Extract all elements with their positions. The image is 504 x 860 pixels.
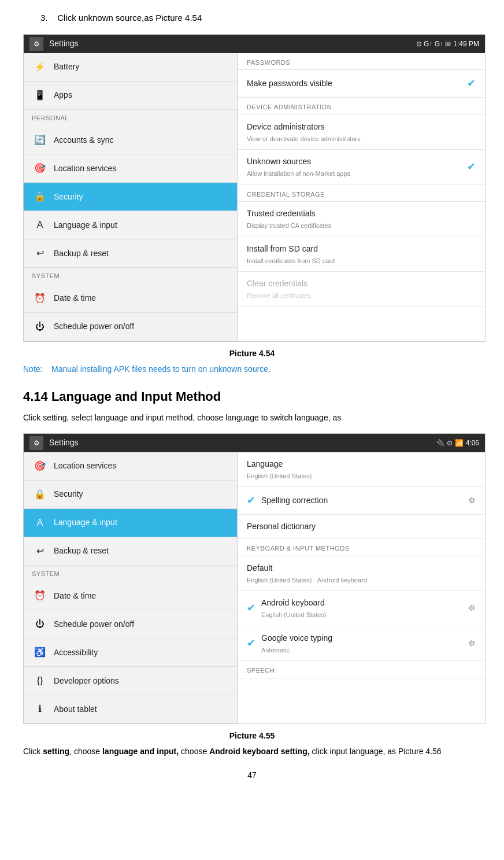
developer-icon: {} bbox=[32, 673, 48, 689]
right-item-subtitle-install-sd: Install certificates from SD card bbox=[247, 256, 335, 266]
menu-item-security[interactable]: 🔒 Security bbox=[24, 183, 237, 211]
menu-item-accounts[interactable]: 🔄 Accounts & sync bbox=[24, 126, 237, 154]
menu-item-datetime-454[interactable]: ⏰ Date & time bbox=[24, 285, 237, 313]
right-item-clear-credentials: Clear credentials Remove all certificate… bbox=[238, 272, 485, 307]
menu-item-datetime-455[interactable]: ⏰ Date & time bbox=[24, 582, 237, 610]
checkmark-android-kb: ✔ bbox=[247, 600, 255, 616]
menu-item-battery[interactable]: ⚡ Battery bbox=[24, 53, 237, 82]
right-item-install-sd[interactable]: Install from SD card Install certificate… bbox=[238, 237, 485, 272]
checkmark-passwords: ✔ bbox=[467, 76, 476, 91]
right-item-trusted[interactable]: Trusted credentials Display trusted CA c… bbox=[238, 202, 485, 237]
right-item-title-unknown: Unknown sources bbox=[247, 156, 350, 168]
caption-454: Picture 4.54 bbox=[23, 348, 481, 360]
right-item-title-language: Language bbox=[247, 458, 312, 470]
right-item-passwords-visible[interactable]: Make passwords visible ✔ bbox=[238, 70, 485, 98]
step3-text: 3. Click unknown source,as Picture 4.54 bbox=[23, 12, 481, 25]
checkmark-unknown: ✔ bbox=[467, 159, 476, 175]
datetime-icon-454: ⏰ bbox=[32, 290, 48, 307]
menu-item-developer[interactable]: {} Developer options bbox=[24, 667, 237, 695]
right-item-text-unknown: Unknown sources Allow installation of no… bbox=[247, 156, 350, 179]
menu-item-apps[interactable]: 📱 Apps bbox=[24, 82, 237, 110]
location-icon: 🎯 bbox=[32, 160, 48, 176]
menu-label-datetime-455: Date & time bbox=[54, 590, 96, 602]
right-item-voice-typing[interactable]: ✔ Google voice typing Automatic ⚙ bbox=[238, 626, 485, 662]
right-item-language[interactable]: Language English (United States) bbox=[238, 452, 485, 488]
right-item-title-trusted: Trusted credentials bbox=[247, 208, 331, 220]
tune-icon-voice[interactable]: ⚙ bbox=[468, 637, 476, 649]
menu-item-location-455[interactable]: 🎯 Location services bbox=[24, 452, 237, 481]
right-item-subtitle-trusted: Display trusted CA certificates bbox=[247, 221, 331, 231]
schedule-icon-454: ⏻ bbox=[32, 319, 48, 335]
checkmark-voice: ✔ bbox=[247, 636, 255, 651]
note-label: Note: bbox=[23, 364, 42, 374]
menu-label-about: About tablet bbox=[54, 703, 97, 715]
right-item-subtitle-voice: Automatic bbox=[261, 645, 332, 655]
location-icon-455: 🎯 bbox=[32, 458, 48, 474]
menu-label-language: Language & input bbox=[54, 219, 117, 231]
right-item-unknown-sources[interactable]: Unknown sources Allow installation of no… bbox=[238, 150, 485, 185]
menu-item-about[interactable]: ℹ About tablet bbox=[24, 695, 237, 724]
status-bar-455: ⚙ Settings 🔌 ⊙ 📶 4:06 bbox=[24, 434, 485, 452]
language-icon: A bbox=[32, 217, 48, 233]
right-item-title-android-kb: Android keyboard bbox=[261, 597, 327, 609]
menu-item-backup[interactable]: ↩ Backup & reset bbox=[24, 239, 237, 268]
status-time-455: 4:06 bbox=[466, 438, 479, 448]
tune-icon-android-kb[interactable]: ⚙ bbox=[468, 602, 476, 614]
right-item-spelling[interactable]: ✔ Spelling correction ⚙ bbox=[238, 487, 485, 515]
menu-label-language-455: Language & input bbox=[54, 516, 117, 529]
backup-icon: ↩ bbox=[32, 245, 48, 261]
right-item-title-clear: Clear credentials bbox=[247, 278, 311, 290]
right-section-credential: CREDENTIAL STORAGE bbox=[238, 185, 485, 202]
body-mid1: , choose bbox=[69, 747, 102, 756]
right-item-subtitle-clear: Remove all certificates bbox=[247, 291, 311, 301]
status-bar-title-455: Settings bbox=[49, 437, 79, 449]
menu-item-schedule-455[interactable]: ⏻ Schedule power on/off bbox=[24, 610, 237, 638]
backup-icon-455: ↩ bbox=[32, 543, 48, 559]
left-panel-455: 🎯 Location services 🔒 Security A Languag… bbox=[24, 452, 238, 724]
section-label-system-455: SYSTEM bbox=[24, 566, 237, 582]
right-panel-455: Language English (United States) ✔ Spell… bbox=[238, 452, 485, 724]
right-item-default-keyboard[interactable]: Default English (United States) - Androi… bbox=[238, 556, 485, 592]
right-item-subtitle-android-kb: English (United States) bbox=[261, 610, 327, 620]
screenshot-454: ⚙ Settings ⊙ G↑ G↑ ✉ 1:49 PM ⚡ Battery 📱… bbox=[23, 34, 486, 342]
caption-455: Picture 4.55 bbox=[23, 730, 481, 742]
menu-item-security-455[interactable]: 🔒 Security bbox=[24, 481, 237, 509]
battery-icon: ⚡ bbox=[32, 59, 48, 75]
right-item-text-clear: Clear credentials Remove all certificate… bbox=[247, 278, 311, 301]
menu-item-language[interactable]: A Language & input bbox=[24, 211, 237, 239]
menu-label-accessibility: Accessibility bbox=[54, 647, 98, 659]
right-item-text-default-keyboard: Default English (United States) - Androi… bbox=[247, 562, 367, 585]
page-number: 47 bbox=[23, 769, 481, 781]
menu-label-apps: Apps bbox=[54, 89, 72, 101]
menu-label-backup-455: Backup & reset bbox=[54, 545, 109, 557]
menu-item-schedule-454[interactable]: ⏻ Schedule power on/off bbox=[24, 313, 237, 341]
note-body: Manual installing APK files needs to tur… bbox=[45, 364, 270, 374]
right-item-subtitle-unknown: Allow installation of non-Market apps bbox=[247, 169, 350, 179]
menu-item-accessibility[interactable]: ♿ Accessibility bbox=[24, 638, 237, 667]
menu-item-language-455[interactable]: A Language & input bbox=[24, 509, 237, 537]
about-icon: ℹ bbox=[32, 701, 48, 717]
menu-item-location[interactable]: 🎯 Location services bbox=[24, 154, 237, 183]
right-section-passwords: PASSWORDS bbox=[238, 53, 485, 71]
right-item-text-android-kb: Android keyboard English (United States) bbox=[261, 597, 327, 620]
right-item-title-default-keyboard: Default bbox=[247, 562, 367, 574]
right-item-title-spelling: Spelling correction bbox=[261, 494, 328, 507]
screen-body-454: ⚡ Battery 📱 Apps PERSONAL 🔄 Accounts & s… bbox=[24, 53, 485, 341]
language-icon-455: A bbox=[32, 515, 48, 531]
tune-icon-spelling[interactable]: ⚙ bbox=[468, 494, 476, 507]
bold-setting: setting bbox=[43, 747, 69, 756]
right-item-personal-dict[interactable]: Personal dictionary bbox=[238, 515, 485, 539]
status-bar-454: ⚙ Settings ⊙ G↑ G↑ ✉ 1:49 PM bbox=[24, 35, 485, 53]
menu-label-accounts: Accounts & sync bbox=[54, 134, 114, 146]
right-item-title-device-admin: Device administrators bbox=[247, 121, 361, 133]
status-bar-title-454: Settings bbox=[49, 38, 79, 50]
menu-label-location: Location services bbox=[54, 163, 116, 175]
right-item-check-voice: ✔ Google voice typing Automatic bbox=[247, 632, 332, 655]
right-item-title-personal-dict: Personal dictionary bbox=[247, 521, 316, 533]
security-icon: 🔒 bbox=[32, 189, 48, 205]
right-item-title-passwords: Make passwords visible bbox=[247, 77, 332, 90]
menu-item-backup-455[interactable]: ↩ Backup & reset bbox=[24, 537, 237, 566]
right-section-keyboard: KEYBOARD & INPUT METHODS bbox=[238, 539, 485, 556]
right-item-android-keyboard[interactable]: ✔ Android keyboard English (United State… bbox=[238, 591, 485, 626]
right-item-device-admin[interactable]: Device administrators View or deactivate… bbox=[238, 115, 485, 150]
